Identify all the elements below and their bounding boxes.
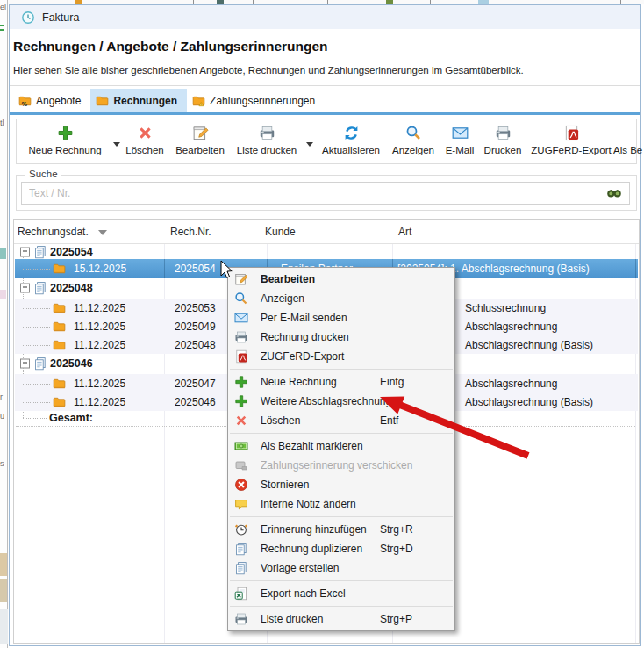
collapse-expander[interactable] (20, 247, 30, 256)
menu-item-anzeigen[interactable]: Anzeigen (228, 289, 454, 308)
duplicate-icon (234, 542, 248, 556)
titlebar[interactable]: Faktura (10, 5, 640, 29)
menu-item-bearbeiten[interactable]: Bearbeiten (228, 270, 454, 289)
menu-item-interne-notiz-andern[interactable]: Interne Notiz ändern (228, 494, 454, 514)
plus-icon (57, 125, 74, 141)
menu-item-label: Erinnerung hinzufügen (261, 523, 367, 536)
pdf-icon (529, 123, 613, 143)
menu-item-loschen[interactable]: LöschenEntf (228, 411, 454, 430)
menu-item-label: ZUGFeRD-Export (261, 350, 344, 363)
pages-icon (33, 356, 47, 371)
toolbar-neue-rechnung[interactable]: Neue Rechnung (21, 122, 109, 162)
printer-icon (232, 123, 302, 143)
toolbar-zugferd-export[interactable]: ZUGFeRD-Export (529, 122, 613, 162)
binoculars-icon[interactable] (606, 185, 622, 201)
template-icon (234, 561, 248, 575)
menu-item-als-bezahlt-markieren[interactable]: Als Bezahlt markieren (228, 436, 454, 456)
alarm-clock-icon (234, 522, 248, 536)
tab-label: Rechnungen (113, 95, 177, 107)
money-icon (234, 439, 248, 453)
magnifier-icon (234, 292, 248, 306)
tab-zahlungserinnerungen[interactable]: Zahlungserinnerungen (187, 89, 325, 112)
background-window-left: eltlrus (0, 0, 9, 648)
sort-descending-icon[interactable] (98, 230, 107, 235)
toolbar: Neue RechnungLöschenBearbeitenListe druc… (16, 119, 637, 164)
menu-item-stornieren[interactable]: Stornieren (228, 475, 454, 494)
note-icon (234, 497, 248, 511)
column-header-rechnungsdat[interactable]: Rechnungsdat. (18, 226, 89, 238)
column-separator (164, 259, 165, 278)
menu-item-label: Export nach Excel (261, 587, 346, 600)
email-icon (234, 311, 248, 325)
menu-item-neue-rechnung[interactable]: Neue RechnungEinfg (228, 372, 454, 392)
menu-item-label: Stornieren (261, 479, 309, 491)
menu-item-vorlage-erstellen[interactable]: Vorlage erstellen (228, 558, 454, 578)
divider (327, 0, 328, 4)
collapse-expander[interactable] (20, 283, 30, 292)
note-icon (234, 497, 248, 511)
pdf-icon (234, 349, 248, 364)
menu-item-label: Bearbeiten (261, 273, 315, 285)
tree-line (23, 269, 50, 270)
menu-item-weitere-abschlagsrechnung[interactable]: Weitere Abschlagsrechnung (228, 392, 454, 411)
menu-separator (230, 369, 453, 370)
menu-item-zugferd-export[interactable]: ZUGFeRD-Export (228, 347, 454, 366)
search-input[interactable] (21, 182, 630, 205)
menu-item-shortcut: Strg+P (380, 613, 412, 625)
dropdown-arrow-icon[interactable] (306, 142, 313, 147)
menu-item-rechnung-drucken[interactable]: Rechnung drucken (228, 328, 454, 347)
column-header-rech-nr[interactable]: Rech.Nr. (170, 226, 211, 238)
menu-item-liste-drucken[interactable]: Liste druckenStrg+P (228, 609, 454, 629)
background-text-fragment: tl (0, 119, 4, 127)
pages-icon (33, 245, 47, 259)
tab-rechnungen[interactable]: Rechnungen (90, 89, 187, 112)
toolbar-loschen[interactable]: Löschen (123, 122, 167, 162)
divider (430, 0, 431, 4)
divider (253, 0, 254, 4)
menu-item-shortcut: Einfg (380, 376, 404, 388)
delete-x-icon (234, 414, 248, 428)
printer-icon (234, 330, 248, 344)
background-fragment (75, 0, 82, 4)
collapse-expander[interactable] (20, 358, 30, 368)
toolbar-als-be[interactable]: Als Be (613, 122, 644, 162)
menu-separator (230, 433, 453, 434)
folder-icon (53, 262, 66, 275)
toolbar-drucken[interactable]: Drucken (479, 122, 526, 162)
toolbar-aktualisieren[interactable]: Aktualisieren (318, 122, 384, 162)
menu-item-erinnerung-hinzufugen[interactable]: Erinnerung hinzufügenStrg+R (228, 520, 454, 539)
menu-item-per-e-mail-senden[interactable]: Per E-Mail senden (228, 308, 454, 328)
menu-item-export-nach-excel[interactable]: Export nach Excel (228, 584, 454, 603)
toolbar-liste-drucken[interactable]: Liste drucken (232, 122, 302, 162)
delete-x-icon (234, 414, 248, 428)
folder-icon (53, 320, 66, 333)
menu-item-label: Rechnung drucken (261, 331, 349, 343)
menu-item-label: Neue Rechnung (261, 376, 337, 388)
invoice-art: Abschlagsrechnung (Basis) (465, 339, 593, 351)
toolbar-button-label: Neue Rechnung (21, 145, 109, 155)
invoice-art: Schlussrechnung (465, 302, 546, 314)
background-fragment (0, 290, 6, 299)
tree-line (23, 327, 50, 328)
toolbar-anzeigen[interactable]: Anzeigen (385, 122, 441, 162)
menu-item-rechnung-duplizieren[interactable]: Rechnung duplizierenStrg+D (228, 539, 454, 558)
template-icon (234, 561, 248, 575)
column-header-kunde[interactable]: Kunde (265, 226, 296, 238)
invoice-number: 2025046 (175, 396, 216, 408)
folder-icon (53, 395, 66, 408)
menu-item-shortcut: Strg+R (380, 523, 413, 536)
invoice-number: 2025053 (175, 302, 216, 314)
payment-reminder-icon (234, 458, 248, 472)
toolbar-e-mail[interactable]: E-Mail (439, 122, 481, 162)
tab-angebote[interactable]: %Angebote (13, 89, 90, 112)
dropdown-arrow-icon[interactable] (113, 142, 120, 147)
invoice-number: 2025049 (175, 320, 216, 333)
edit-icon (192, 125, 209, 141)
invoice-date: 11.12.2025 (74, 396, 125, 408)
screen: eltlrus Faktura Rechnungen / Angebote / … (0, 0, 644, 648)
svg-text:%: % (22, 101, 28, 107)
group-row[interactable]: 2025054 (15, 244, 638, 259)
toolbar-bearbeiten[interactable]: Bearbeiten (171, 122, 229, 162)
menu-separator (230, 580, 453, 581)
column-header-art[interactable]: Art (398, 226, 411, 238)
